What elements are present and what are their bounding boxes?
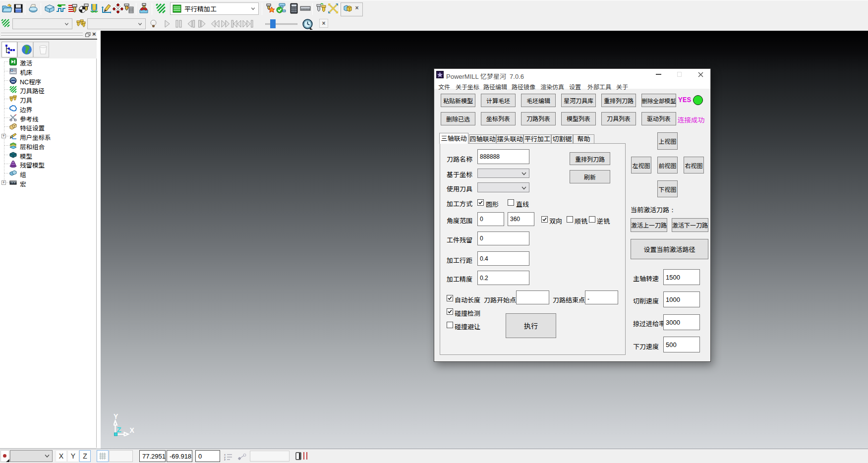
svg-text:X: X	[130, 426, 135, 434]
svg-text:Y: Y	[114, 413, 118, 420]
svg-text:z: z	[224, 458, 226, 461]
svg-text:Z: Z	[117, 425, 121, 434]
